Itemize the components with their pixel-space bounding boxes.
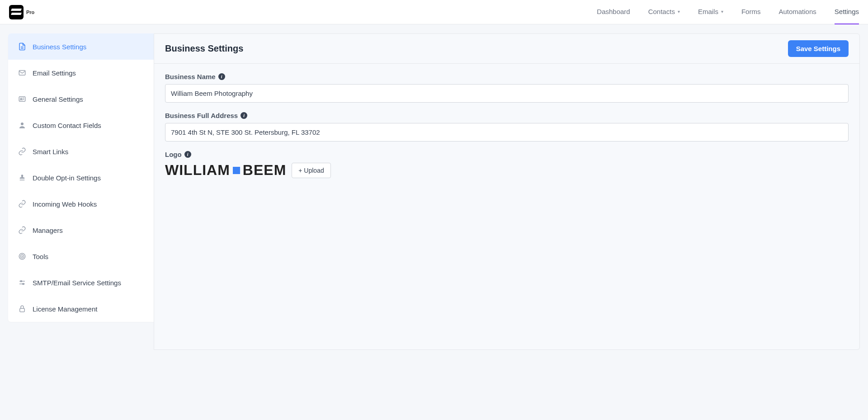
chevron-down-icon: ▾: [721, 9, 723, 14]
save-settings-button[interactable]: Save Settings: [788, 40, 849, 57]
sidebar-item-label: Incoming Web Hooks: [33, 200, 97, 208]
lock-icon: [18, 305, 26, 313]
svg-point-4: [20, 98, 22, 99]
svg-point-5: [21, 123, 24, 125]
stamp-icon: [18, 174, 26, 182]
sidebar-item-webhooks[interactable]: Incoming Web Hooks: [8, 191, 154, 217]
link-icon: [18, 200, 26, 208]
sidebar-item-label: Email Settings: [33, 69, 76, 77]
svg-point-12: [23, 283, 24, 285]
main-layout: Business Settings Email Settings General…: [0, 24, 868, 359]
chevron-down-icon: ▾: [678, 9, 680, 14]
logo-square-icon: [233, 167, 240, 174]
field-label: Logo i: [165, 151, 849, 158]
business-address-input[interactable]: [165, 123, 849, 142]
info-icon[interactable]: i: [218, 73, 225, 80]
content-header: Business Settings Save Settings: [154, 34, 859, 64]
sidebar-item-label: License Management: [33, 305, 97, 313]
nav-automations[interactable]: Automations: [778, 0, 816, 24]
sidebar-item-label: SMTP/Email Service Settings: [33, 279, 121, 287]
field-label: Business Full Address i: [165, 112, 849, 119]
info-icon[interactable]: i: [184, 151, 191, 158]
settings-sidebar: Business Settings Email Settings General…: [8, 33, 154, 322]
sliders-icon: [18, 278, 26, 287]
id-card-icon: [18, 95, 26, 103]
link-icon: [18, 147, 26, 156]
sidebar-item-email-settings[interactable]: Email Settings: [8, 60, 154, 86]
page-title: Business Settings: [165, 43, 243, 54]
brand-badge: Pro: [26, 9, 34, 15]
svg-point-11: [20, 281, 22, 282]
svg-rect-3: [19, 97, 25, 102]
sidebar-item-label: Managers: [33, 227, 63, 234]
sidebar-item-label: Smart Links: [33, 148, 68, 156]
sidebar-item-license[interactable]: License Management: [8, 296, 154, 322]
sidebar-item-tools[interactable]: Tools: [8, 243, 154, 269]
sidebar-item-label: Tools: [33, 253, 48, 260]
sidebar-item-label: General Settings: [33, 95, 83, 103]
upload-logo-button[interactable]: + Upload: [292, 163, 330, 178]
sidebar-item-business-settings[interactable]: Business Settings: [8, 33, 154, 60]
nav-settings[interactable]: Settings: [835, 0, 859, 24]
sidebar-item-double-optin[interactable]: Double Opt-in Settings: [8, 165, 154, 191]
field-business-address: Business Full Address i: [165, 112, 849, 142]
top-navbar: Pro Dashboard Contacts▾ Emails▾ Forms Au…: [0, 0, 868, 24]
business-name-input[interactable]: [165, 84, 849, 103]
mail-icon: [18, 69, 26, 77]
app-logo-icon: [9, 5, 24, 19]
link-icon: [18, 226, 26, 234]
sidebar-item-label: Business Settings: [33, 43, 86, 51]
sidebar-item-label: Double Opt-in Settings: [33, 174, 101, 182]
content-panel: Business Settings Save Settings Business…: [154, 33, 860, 350]
document-icon: [18, 42, 26, 51]
svg-point-8: [22, 256, 23, 257]
field-label: Business Name i: [165, 73, 849, 80]
user-icon: [18, 121, 26, 129]
sidebar-item-custom-contact-fields[interactable]: Custom Contact Fields: [8, 112, 154, 138]
sidebar-item-label: Custom Contact Fields: [33, 122, 101, 129]
info-icon[interactable]: i: [241, 112, 247, 119]
nav-dashboard[interactable]: Dashboard: [597, 0, 630, 24]
svg-rect-13: [20, 308, 25, 312]
brand: Pro: [9, 5, 34, 19]
nav-forms[interactable]: Forms: [741, 0, 761, 24]
target-icon: [18, 252, 26, 260]
sidebar-item-general-settings[interactable]: General Settings: [8, 86, 154, 112]
sidebar-item-managers[interactable]: Managers: [8, 217, 154, 243]
main-nav: Dashboard Contacts▾ Emails▾ Forms Automa…: [597, 0, 859, 24]
logo-preview-image: WILLIAM BEEM: [165, 162, 286, 179]
nav-emails[interactable]: Emails▾: [698, 0, 723, 24]
field-logo: Logo i WILLIAM BEEM + Upload: [165, 151, 849, 179]
sidebar-item-smart-links[interactable]: Smart Links: [8, 138, 154, 165]
sidebar-item-smtp[interactable]: SMTP/Email Service Settings: [8, 269, 154, 296]
field-business-name: Business Name i: [165, 73, 849, 103]
form-area: Business Name i Business Full Address i …: [154, 64, 859, 197]
nav-contacts[interactable]: Contacts▾: [648, 0, 680, 24]
logo-row: WILLIAM BEEM + Upload: [165, 162, 849, 179]
